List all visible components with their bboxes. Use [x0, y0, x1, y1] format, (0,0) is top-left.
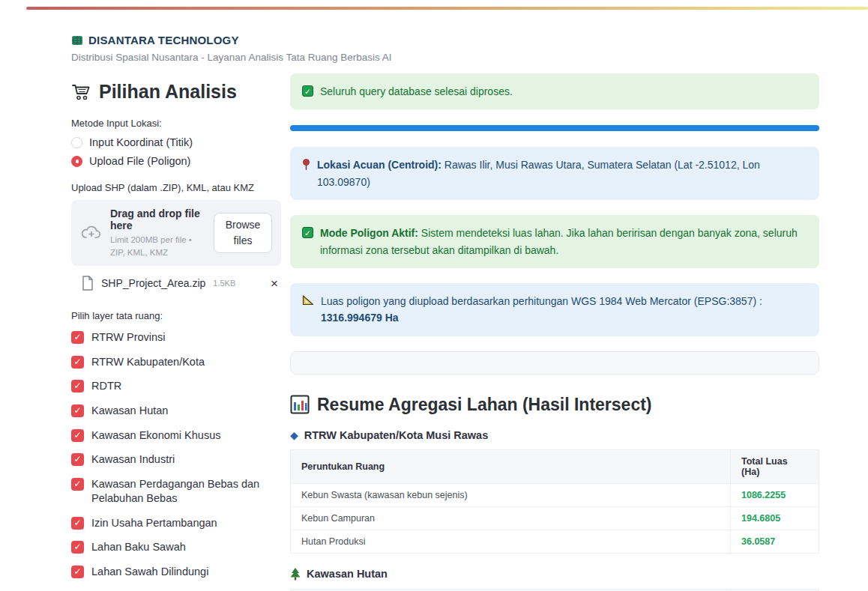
checkbox-kawasan-industri[interactable]: Kawasan Industri [71, 452, 281, 467]
checked-checkbox-icon[interactable] [71, 404, 84, 417]
checkbox-label: RTRW Provinsi [91, 330, 166, 345]
checkbox-izin-usaha-pertambangan[interactable]: Izin Usaha Pertambangan [71, 516, 281, 531]
location-info-box: Lokasi Acuan (Centroid): Rawas Ilir, Mus… [290, 147, 819, 200]
remove-file-button[interactable]: × [271, 277, 278, 290]
checkbox-label: Kawasan Industri [91, 452, 175, 467]
uploaded-file-row: SHP_Project_Area.zip 1.5KB × [71, 276, 281, 291]
radio-input-koordinat[interactable]: Input Koordinat (Titik) [71, 136, 281, 148]
cell-peruntukan: Kebun Campuran [291, 506, 731, 530]
uploaded-file-size: 1.5KB [213, 279, 235, 288]
brand-tagline: Distribusi Spasial Nusantara - Layanan A… [71, 52, 868, 63]
table-row: Hutan Produksi 36.0587 [291, 530, 819, 553]
table-row: Kebun Swasta (kawasan kebun sejenis) 108… [291, 483, 819, 506]
file-icon [82, 276, 94, 291]
dropzone-texts: Drag and drop file here Limit 200MB per … [110, 207, 206, 258]
checked-checkbox-icon[interactable] [71, 517, 84, 530]
checked-checkbox-icon[interactable] [71, 331, 84, 344]
checked-checkbox-icon[interactable] [71, 566, 84, 578]
app-header: DISANTARA TECHNOLOGY [71, 34, 868, 46]
cell-luas: 36.0587 [731, 530, 819, 553]
kawasan-hutan-heading: Kawasan Hutan [290, 568, 819, 581]
input-method-label: Metode Input Lokasi: [71, 118, 281, 129]
checkbox-label: RTRW Kabupaten/Kota [91, 355, 205, 370]
checkbox-kawasan-ekonomi-khusus[interactable]: Kawasan Ekonomi Khusus [71, 428, 281, 443]
checkbox-label: Kawasan Ekonomi Khusus [91, 428, 221, 443]
table-heading-label: Kawasan Hutan [307, 568, 388, 580]
checked-checkbox-icon[interactable] [71, 541, 84, 554]
uploaded-file-name: SHP_Project_Area.zip [101, 277, 205, 289]
area-info-text: Luas poligon yang diupload berdasarkan p… [321, 293, 807, 327]
input-method-radio-group: Input Koordinat (Titik) Upload File (Pol… [71, 136, 281, 167]
area-info-box: Luas poligon yang diupload berdasarkan p… [290, 283, 819, 336]
column-header: Total Luas (Ha) [731, 449, 819, 483]
area-info-body: Luas poligon yang diupload berdasarkan p… [321, 295, 762, 307]
layers-label: Pilih layer tata ruang: [71, 310, 281, 321]
radio-label: Upload File (Poligon) [89, 155, 190, 167]
section-title: Resume Agregasi Lahan (Hasil Intersect) [317, 395, 652, 415]
location-prefix: Lokasi Acuan (Centroid): [317, 159, 441, 171]
checkbox-label: Izin Usaha Pertambangan [91, 516, 217, 531]
top-decoration-bar [26, 7, 868, 10]
rtrw-table: Peruntukan Ruang Total Luas (Ha) Kebun S… [290, 449, 819, 554]
sidebar-title: Pilihan Analisis [99, 81, 237, 103]
cell-luas: 194.6805 [731, 506, 819, 530]
checkbox-label: Kawasan Hutan [91, 404, 168, 419]
checkbox-label: Lahan Baku Sawah [91, 540, 186, 555]
cell-peruntukan: Hutan Produksi [291, 530, 731, 553]
checkbox-kawasan-hutan[interactable]: Kawasan Hutan [71, 404, 281, 419]
area-info-value: 1316.994679 Ha [321, 312, 399, 324]
checkbox-lahan-sawah-dilindungi[interactable]: Lahan Sawah Dilindungi [71, 565, 281, 580]
brand-name: DISANTARA TECHNOLOGY [88, 34, 239, 46]
radio-unselected-icon[interactable] [71, 137, 82, 148]
polygon-mode-text: Mode Poligon Aktif: Sistem mendeteksi lu… [320, 225, 807, 258]
file-dropzone[interactable]: Drag and drop file here Limit 200MB per … [71, 200, 281, 266]
checked-checkbox-icon[interactable] [71, 356, 84, 369]
bar-chart-icon [290, 395, 310, 414]
app-page: DISANTARA TECHNOLOGY Distribusi Spasial … [0, 0, 868, 591]
table-row: Kebun Campuran 194.6805 [291, 506, 819, 530]
radio-label: Input Koordinat (Titik) [89, 136, 193, 148]
radio-upload-file[interactable]: Upload File (Poligon) [71, 155, 281, 167]
success-alert: Seluruh query database selesai diproses. [290, 73, 819, 109]
analysis-sidebar: Pilihan Analisis Metode Input Lokasi: In… [71, 73, 281, 591]
browse-files-button[interactable]: Browse files [214, 213, 272, 253]
table-header-row: Peruntukan Ruang Total Luas (Ha) [291, 449, 819, 483]
rtrw-table-heading: ◆ RTRW Kabupaten/Kota Musi Rawas [290, 429, 819, 441]
checked-checkbox-icon[interactable] [71, 453, 84, 466]
success-check-icon [302, 85, 313, 97]
dropzone-hint: Limit 200MB per file • ZIP, KML, KMZ [110, 234, 206, 258]
cloud-upload-icon [80, 224, 103, 242]
polygon-mode-alert: Mode Poligon Aktif: Sistem mendeteksi lu… [290, 215, 819, 268]
triangle-ruler-icon [302, 294, 314, 306]
pin-icon [302, 159, 310, 171]
table-heading-label: RTRW Kabupaten/Kota Musi Rawas [304, 429, 488, 441]
resume-section-heading: Resume Agregasi Lahan (Hasil Intersect) [290, 395, 819, 415]
checkbox-label: Lahan Sawah Dilindungi [91, 565, 208, 580]
progress-bar [290, 125, 819, 131]
success-message: Seluruh query database selesai diproses. [320, 83, 513, 100]
dropzone-title: Drag and drop file here [110, 207, 206, 231]
polygon-mode-prefix: Mode Poligon Aktif: [320, 227, 418, 239]
polygon-check-icon [302, 227, 313, 238]
checkbox-rtrw-provinsi[interactable]: RTRW Provinsi [71, 330, 281, 345]
checkbox-label: RDTR [91, 379, 121, 394]
layer-checkbox-list: RTRW Provinsi RTRW Kabupaten/Kota RDTR K… [71, 330, 281, 579]
upload-label: Upload SHP (dalam .ZIP), KML, atau KMZ [71, 182, 281, 193]
diamond-icon: ◆ [290, 430, 298, 440]
main-content: Seluruh query database selesai diproses.… [290, 73, 819, 591]
radio-selected-icon[interactable] [71, 156, 82, 167]
cart-icon [71, 82, 91, 101]
brand-icon [71, 34, 83, 46]
checkbox-lahan-baku-sawah[interactable]: Lahan Baku Sawah [71, 540, 281, 555]
location-info-text: Lokasi Acuan (Centroid): Rawas Ilir, Mus… [317, 157, 807, 190]
sidebar-title-row: Pilihan Analisis [71, 81, 281, 103]
checkbox-kawasan-perdagangan-bebas[interactable]: Kawasan Perdagangan Bebas dan Pelabuhan … [71, 477, 281, 506]
checked-checkbox-icon[interactable] [71, 429, 84, 442]
collapsed-expander[interactable] [290, 351, 819, 375]
checkbox-rdtr[interactable]: RDTR [71, 379, 281, 394]
checkbox-label: Kawasan Perdagangan Bebas dan Pelabuhan … [91, 477, 281, 506]
cell-luas: 1086.2255 [731, 483, 819, 506]
checkbox-rtrw-kabupaten-kota[interactable]: RTRW Kabupaten/Kota [71, 355, 281, 370]
checked-checkbox-icon[interactable] [71, 380, 84, 393]
checked-checkbox-icon[interactable] [71, 478, 84, 491]
